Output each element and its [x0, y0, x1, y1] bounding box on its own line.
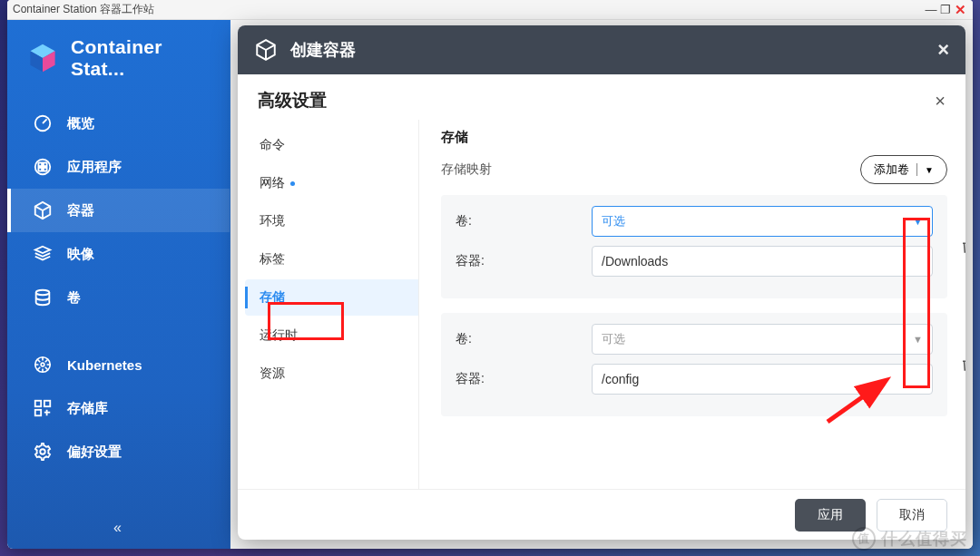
svg-rect-6	[44, 162, 47, 166]
chevron-down-icon: ▼	[913, 334, 923, 345]
nav-overview[interactable]: 概览	[7, 102, 230, 145]
nav-images[interactable]: 映像	[7, 232, 230, 276]
minimize-button[interactable]: —	[924, 4, 938, 15]
svg-rect-13	[44, 401, 50, 406]
storage-panel: 存储 存储映射 添加卷 ▼ 卷: 可选	[419, 120, 965, 489]
nav-apps[interactable]: 应用程序	[7, 145, 230, 189]
window-title: Container Station 容器工作站	[13, 2, 154, 17]
subtab-labels[interactable]: 标签	[245, 241, 418, 278]
create-container-modal: 创建容器 × 高级设置 × 命令 网络 环境 标签 存储 运行时 资源 存储 存…	[238, 25, 965, 540]
logo-icon	[27, 43, 58, 73]
nav-containers[interactable]: 容器	[7, 189, 230, 232]
container-path-input[interactable]	[592, 246, 933, 277]
advanced-settings-title: 高级设置	[258, 89, 327, 112]
svg-point-9	[36, 290, 50, 296]
nav-label: 应用程序	[67, 159, 122, 176]
nav-label: 存储库	[67, 400, 108, 417]
delete-mapping-button[interactable]	[960, 239, 965, 255]
volume-mapping-block: 卷: 可选 ▼ 容器:	[441, 313, 947, 416]
chevron-down-icon: ▼	[925, 165, 934, 175]
brand: Container Stat...	[7, 20, 230, 100]
svg-rect-8	[44, 168, 47, 171]
database-icon	[33, 288, 53, 307]
nav-kubernetes[interactable]: Kubernetes	[7, 343, 230, 386]
titlebar: Container Station 容器工作站 — ❐ ✕	[7, 0, 973, 20]
volume-select[interactable]: 可选 ▼	[592, 324, 933, 355]
subtab-command[interactable]: 命令	[245, 127, 418, 163]
nav-label: 容器	[67, 202, 94, 219]
watermark: 值 什么值得买	[852, 527, 967, 551]
svg-point-11	[41, 363, 44, 366]
sidebar: Container Stat... 概览 应用程序	[7, 20, 230, 549]
mapping-label: 存储映射	[441, 161, 492, 178]
volume-select[interactable]: 可选 ▼	[592, 206, 933, 237]
add-volume-label: 添加卷	[874, 161, 909, 178]
add-volume-button[interactable]: 添加卷 ▼	[860, 155, 947, 184]
panel-heading: 存储	[441, 129, 947, 146]
gear-icon	[33, 442, 53, 462]
container-field-label: 容器:	[456, 371, 583, 387]
chevron-down-icon: ▼	[913, 216, 923, 227]
dot-icon	[290, 181, 295, 186]
cube-icon	[254, 38, 278, 62]
volume-field-label: 卷:	[456, 213, 583, 229]
subtab-runtime[interactable]: 运行时	[245, 317, 418, 354]
svg-rect-14	[35, 410, 41, 415]
maximize-button[interactable]: ❐	[938, 4, 953, 15]
modal-header: 创建容器 ×	[238, 25, 965, 74]
nav-label: 概览	[67, 115, 94, 132]
subtab-network[interactable]: 网络	[245, 165, 418, 201]
subtab-environment[interactable]: 环境	[245, 203, 418, 239]
gauge-icon	[33, 113, 53, 133]
subtab-resources[interactable]: 资源	[245, 356, 418, 392]
helm-icon	[33, 355, 53, 375]
nav-repos[interactable]: 存储库	[7, 386, 230, 430]
svg-rect-12	[35, 401, 41, 406]
volume-field-label: 卷:	[456, 331, 583, 347]
nav-primary: 概览 应用程序 容器	[7, 102, 230, 473]
brand-title: Container Stat...	[71, 36, 213, 80]
container-path-input[interactable]	[592, 364, 933, 395]
grid-icon	[33, 157, 53, 177]
subtab-storage[interactable]: 存储	[245, 279, 418, 316]
advanced-subtabs: 命令 网络 环境 标签 存储 运行时 资源	[238, 120, 419, 489]
layers-icon	[33, 244, 53, 264]
container-field-label: 容器:	[456, 253, 583, 269]
svg-rect-5	[38, 162, 42, 166]
nav-volumes[interactable]: 卷	[7, 276, 230, 319]
modal-close-button[interactable]: ×	[937, 38, 949, 62]
squares-icon	[33, 398, 53, 418]
watermark-icon: 值	[852, 527, 876, 551]
sidebar-collapse[interactable]: «	[7, 507, 230, 549]
window-close-button[interactable]: ✕	[953, 4, 967, 15]
svg-rect-7	[38, 168, 42, 171]
volume-mapping-block: 卷: 可选 ▼ 容器:	[441, 195, 947, 298]
modal-title: 创建容器	[290, 39, 356, 61]
advanced-close-button[interactable]: ×	[935, 91, 946, 112]
nav-label: Kubernetes	[67, 357, 142, 373]
nav-label: 卷	[67, 289, 81, 307]
delete-mapping-button[interactable]	[960, 356, 965, 373]
cube-icon	[33, 200, 53, 220]
svg-point-15	[40, 449, 45, 454]
nav-preferences[interactable]: 偏好设置	[7, 430, 230, 473]
nav-label: 映像	[67, 246, 94, 263]
nav-label: 偏好设置	[67, 444, 122, 461]
